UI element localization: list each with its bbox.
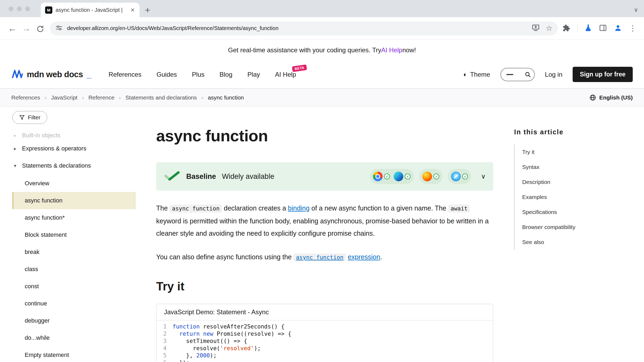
sidebar-item-built-in-objects[interactable]: ▸ Built-in objects [12, 131, 136, 140]
sidebar-filter-button[interactable]: Filter [12, 111, 47, 124]
line-number: 1 [156, 323, 173, 330]
disclosure-collapsed-icon: ▸ [14, 133, 19, 138]
disclosure-collapsed-icon: ▸ [14, 146, 19, 152]
sidebar-item-break[interactable]: break [12, 243, 136, 261]
sidebar-item-class[interactable]: class [12, 261, 136, 278]
toc-item-examples[interactable]: Examples [522, 190, 621, 205]
supported-check-icon: ✓ [384, 173, 390, 179]
zoom-window-button[interactable] [25, 6, 30, 11]
site-search-input[interactable] [500, 68, 535, 81]
url-text: developer.allizom.org/en-US/docs/Web/Jav… [67, 25, 527, 31]
sidebar-item-async-function-star[interactable]: async function* [12, 209, 136, 226]
profile-avatar-icon[interactable] [614, 24, 622, 33]
sidebar-item-async-function-current[interactable]: async function [12, 192, 136, 209]
login-link[interactable]: Log in [545, 71, 562, 78]
nav-guides[interactable]: Guides [156, 71, 177, 78]
promo-text-before: Get real-time assistance with your codin… [228, 46, 381, 54]
search-icon [525, 71, 531, 78]
sidebar-statement-list: Overview async function async function* … [12, 175, 136, 362]
address-bar[interactable]: developer.allizom.org/en-US/docs/Web/Jav… [50, 21, 558, 35]
sidebar-item-block-statement[interactable]: Block statement [12, 226, 136, 243]
breadcrumb-reference[interactable]: Reference [88, 94, 114, 101]
breadcrumb: References › JavaScript › Reference › St… [0, 88, 644, 107]
docs-sidebar: Filter ▸ Built-in objects ▸ Expressions … [0, 107, 136, 362]
toc-item-syntax[interactable]: Syntax [522, 160, 621, 175]
toc-item-see-also[interactable]: See also [522, 235, 621, 250]
promo-ai-help-link[interactable]: AI Help [381, 46, 402, 54]
chrome-icon [373, 172, 383, 181]
text: declaration creates a [222, 204, 288, 212]
sidebar-group-statements[interactable]: ▾ Statements & declarations [12, 157, 136, 174]
language-switcher[interactable]: English (US) [589, 94, 633, 101]
forward-button[interactable]: → [19, 24, 33, 33]
globe-icon [589, 94, 596, 101]
mdn-logo[interactable]: mdn web docs_ [11, 69, 92, 80]
breadcrumb-javascript[interactable]: JavaScript [51, 94, 77, 101]
sidebar-item-empty-statement[interactable]: Empty statement [12, 346, 136, 362]
browser-menu-kebab-icon[interactable]: ⋮ [629, 25, 636, 32]
baseline-expand-caret-icon[interactable]: ∨ [481, 173, 486, 180]
toc-item-specifications[interactable]: Specifications [522, 205, 621, 220]
toc-item-try-it[interactable]: Try it [522, 145, 621, 160]
new-tab-button[interactable]: + [145, 5, 150, 14]
line-number: 6 [156, 359, 173, 362]
install-icon[interactable] [532, 24, 540, 33]
browser-window: M async function - JavaScript | × + ∨ ← … [0, 0, 644, 40]
sidebar-item-debugger[interactable]: debugger [12, 312, 136, 329]
side-panel-icon[interactable] [599, 24, 607, 33]
promo-text-after: now! [402, 46, 416, 54]
back-button[interactable]: ← [5, 24, 19, 33]
toc-item-description[interactable]: Description [522, 175, 621, 190]
sidebar-group-expressions[interactable]: ▸ Expressions & operators [12, 140, 136, 157]
async-function-expression-link[interactable]: async function [294, 253, 346, 261]
site-settings-icon[interactable] [55, 24, 63, 33]
theme-switcher[interactable]: ◐Theme [463, 71, 490, 78]
bookmark-star-icon[interactable]: ☆ [546, 25, 552, 32]
minimize-window-button[interactable] [17, 6, 22, 11]
code-line: 1function resolveAfter2Seconds() { [156, 323, 493, 330]
line-number: 3 [156, 338, 173, 345]
text: . [380, 253, 382, 261]
sidebar-item-do-while[interactable]: do...while [12, 329, 136, 346]
sidebar-item-continue[interactable]: continue [12, 295, 136, 312]
demo-code-editor[interactable]: 1function resolveAfter2Seconds() { 2 ret… [156, 320, 493, 362]
supported-check-icon: ✓ [433, 173, 439, 179]
tab-close-icon[interactable]: × [130, 6, 136, 14]
toc-item-browser-compatibility[interactable]: Browser compatibility [522, 220, 621, 235]
reload-button[interactable] [33, 24, 47, 33]
nav-ai-help[interactable]: AI HelpBETA [275, 71, 296, 78]
article-main: async function Baseline Widely available… [156, 107, 493, 362]
close-window-button[interactable] [9, 6, 13, 11]
code-line: 3 setTimeout(() => { [156, 338, 493, 345]
code-line: 5 }, 2000); [156, 352, 493, 359]
experiments-flask-icon[interactable] [584, 24, 592, 33]
mdn-logo-mark-icon [11, 69, 24, 80]
browser-support-chrome: ✓ [373, 172, 390, 181]
nav-play[interactable]: Play [247, 71, 260, 78]
browser-tab[interactable]: M async function - JavaScript | × [41, 3, 140, 17]
inline-code: await [448, 205, 470, 213]
nav-plus[interactable]: Plus [192, 71, 204, 78]
browser-support-firefox: ✓ [422, 172, 439, 181]
extensions-icon[interactable] [562, 24, 570, 33]
primary-nav: References Guides Plus Blog Play AI Help… [109, 71, 296, 78]
tab-search-caret-icon[interactable]: ∨ [634, 6, 638, 13]
breadcrumb-separator: › [82, 94, 84, 101]
signup-button[interactable]: Sign up for free [573, 67, 633, 82]
breadcrumb-statements[interactable]: Statements and declarations [125, 94, 197, 101]
nav-references[interactable]: References [109, 71, 142, 78]
nav-blog[interactable]: Blog [219, 71, 232, 78]
baseline-label: Baseline [186, 172, 216, 181]
baseline-banner[interactable]: Baseline Widely available ✓ ✓ ✓ ✓ ∨ [156, 162, 493, 191]
sidebar-item-overview[interactable]: Overview [12, 175, 136, 192]
breadcrumb-references[interactable]: References [11, 94, 40, 101]
safari-icon [451, 172, 461, 181]
expression-link[interactable]: expression [348, 253, 380, 261]
breadcrumb-current-page[interactable]: async function [208, 94, 244, 101]
sidebar-item-const[interactable]: const [12, 278, 136, 295]
binding-link[interactable]: binding [288, 204, 310, 212]
locale-label: English (US) [599, 94, 633, 101]
theme-icon: ◐ [463, 71, 467, 78]
beta-badge: BETA [292, 64, 307, 72]
sidebar-group-label: Expressions & operators [22, 145, 86, 152]
